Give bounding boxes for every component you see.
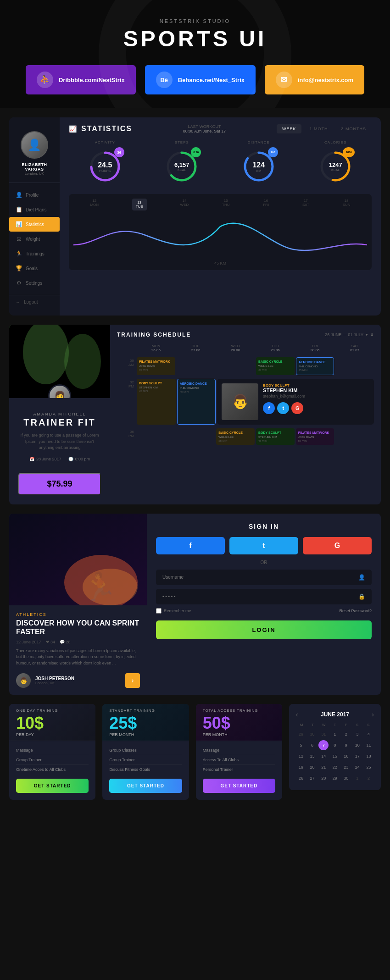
cal-day-11[interactable]: 11 (363, 740, 373, 750)
author-arrow[interactable]: › (125, 673, 140, 688)
dropdown-icon[interactable]: ▾ (366, 332, 368, 337)
activity-unit: HOURS (98, 169, 112, 172)
cal-day-14[interactable]: 14 (318, 751, 329, 761)
event-pilates-fri-06[interactable]: PILATES MATWORK JOSE DAVIS 55 min (296, 428, 334, 445)
event-body-sculpt-mon[interactable]: BODY SCULPT STEPHEN KIM 45 min (137, 379, 176, 425)
dribbble-link[interactable]: ⛹ Dribbble.com/NestStrix (26, 65, 136, 94)
cal-day-24[interactable]: 24 (352, 762, 362, 772)
cal-day-17[interactable]: 17 (352, 751, 362, 761)
nav-label-statistics: Statistics (26, 222, 44, 227)
signin-fb-button[interactable]: f (156, 537, 225, 554)
cal-day-2[interactable]: 2 (341, 729, 351, 739)
cal-day-28[interactable]: 28 (318, 773, 329, 783)
reset-password[interactable]: Reset Password? (339, 609, 372, 613)
featured-fb[interactable]: f (263, 402, 275, 414)
email-link[interactable]: ✉ info@neststrix.com (265, 65, 364, 94)
cal-day-10[interactable]: 10 (352, 740, 362, 750)
cal-day-21[interactable]: 21 (318, 762, 329, 772)
distance-badge: 160 (268, 147, 278, 157)
cal-day-12[interactable]: 12 (296, 751, 306, 761)
event-basic-thu[interactable]: BASIC CYRCLE WILLIE LEE 35 min (256, 357, 295, 375)
time-09: 09AM (117, 357, 135, 375)
cal-day-22[interactable]: 22 (330, 762, 340, 772)
cal-day-25[interactable]: 25 (363, 762, 373, 772)
cal-day-9[interactable]: 9 (341, 740, 351, 750)
cal-day-7[interactable]: 7 (318, 740, 329, 750)
cal-day-1[interactable]: 1 (330, 729, 340, 739)
article-author: 👨 JOSH PETERSON London, UK › (16, 673, 140, 688)
cal-day-18[interactable]: 18 (363, 751, 373, 761)
cal-day-6[interactable]: 6 (307, 740, 318, 750)
cal-day-30-prev[interactable]: 30 (307, 729, 318, 739)
steps-num: 6,157 (174, 161, 189, 168)
event-pilates-mon[interactable]: PILATES MATWORK JOSE DAVIS 55 min (137, 357, 175, 375)
logout-button[interactable]: → Logout (9, 295, 60, 309)
calendar-card: ‹ JUNE 2017 › M T W T F S S 29 30 31 1 2… (289, 704, 381, 790)
cal-day-27[interactable]: 27 (307, 773, 318, 783)
cal-day-30[interactable]: 30 (341, 773, 351, 783)
cal-day-13[interactable]: 13 (307, 751, 318, 761)
col-sat: SAT 01.07 (335, 343, 374, 354)
remember-checkbox[interactable] (156, 608, 162, 614)
featured-gp[interactable]: G (291, 402, 303, 414)
cal-day-31-prev[interactable]: 31 (318, 729, 329, 739)
cal-day-2-next[interactable]: 2 (363, 773, 373, 783)
cal-day-29-prev[interactable]: 29 (296, 729, 306, 739)
time-02: 02PM (117, 379, 135, 425)
sidebar-item-goals[interactable]: 🏆 Goals (9, 261, 60, 276)
filter-month[interactable]: 1 MOTH (304, 124, 333, 133)
logout-icon: → (16, 299, 20, 305)
trainer-price-button[interactable]: $75.99 (18, 473, 101, 495)
filter-week[interactable]: WEEK (277, 124, 302, 133)
cal-day-5[interactable]: 5 (296, 740, 306, 750)
cal-next[interactable]: › (372, 711, 374, 718)
cal-day-8[interactable]: 8 (330, 740, 340, 750)
sidebar-item-weight[interactable]: ⚖ Weight (9, 232, 60, 246)
cal-day-3[interactable]: 3 (352, 729, 362, 739)
password-input[interactable] (162, 594, 345, 599)
sidebar-item-settings[interactable]: ⚙ Settings (9, 276, 60, 290)
cal-day-16[interactable]: 16 (341, 751, 351, 761)
steps-label: STEPS (146, 140, 218, 144)
username-field[interactable]: 👤 (156, 570, 372, 585)
sidebar-item-diet[interactable]: 📋 Diet Plans (9, 202, 60, 217)
signin-card: SIGN IN f t G OR 👤 🔒 Remember me Reset P… (147, 514, 381, 695)
sidebar-item-statistics[interactable]: 📊 Statistics (9, 217, 60, 232)
cal-day-1-next[interactable]: 1 (352, 773, 362, 783)
event-basic-wed-06[interactable]: BASIC CYRCLE WILLIE LEE 35 min (216, 428, 255, 445)
event-aerobic-tue[interactable]: AEROBIC DANCE PHIL OSMOND 45 min (177, 379, 216, 425)
cal-hdr-t2: T (329, 723, 340, 727)
event-body-thu-06[interactable]: BODY SCULPT STEPHEN KIM 45 min (256, 428, 295, 445)
cal-day-19[interactable]: 19 (296, 762, 306, 772)
filter-3months[interactable]: 3 MONTHS (335, 124, 372, 133)
pricing-btn-0[interactable]: GET STARTED (16, 779, 89, 793)
password-field[interactable]: 🔒 (156, 589, 372, 604)
pricing-btn-2[interactable]: GET STARTED (203, 779, 275, 793)
sidebar-item-profile[interactable]: 👤 Profile (9, 188, 60, 202)
featured-tw[interactable]: t (277, 402, 289, 414)
schedule-row-06: 06PM BASIC CYRCLE WILLIE LEE 35 min BODY… (117, 428, 374, 445)
cal-day-20[interactable]: 20 (307, 762, 318, 772)
login-button[interactable]: LOGIN (156, 620, 372, 639)
signin-gp-button[interactable]: G (303, 537, 372, 554)
cal-day-15[interactable]: 15 (330, 751, 340, 761)
chart-days: 12MON 13TUE 14WED 15THU 16FRI 17SAT 18SU… (73, 199, 367, 210)
cal-day-29[interactable]: 29 (330, 773, 340, 783)
event-aerobic-fri[interactable]: AEROBIC DANCE PHIL OSMOND 45 min (296, 357, 334, 375)
pricing-header-2: TOTAL ACCESS TRAINING 50$ PER MONTH (196, 704, 282, 741)
distance-num: 124 (252, 161, 265, 169)
pricing-btn-1[interactable]: GET STARTED (109, 779, 182, 793)
stats-title: 📈 STATISTICS (69, 125, 132, 133)
remember-check[interactable]: Remember me (156, 608, 191, 614)
behance-link[interactable]: Bē Behance.net/Nest_Strix (145, 65, 256, 94)
cal-day-4[interactable]: 4 (363, 729, 373, 739)
download-icon[interactable]: ⬇ (370, 332, 374, 337)
cal-day-26[interactable]: 26 (296, 773, 306, 783)
cal-prev[interactable]: ‹ (296, 711, 298, 718)
featured-socials: f t G (263, 402, 369, 414)
sidebar-item-trainings[interactable]: 🏃 Trainings (9, 246, 60, 261)
username-input[interactable] (162, 575, 345, 580)
cal-day-23[interactable]: 23 (341, 762, 351, 772)
signin-tw-button[interactable]: t (229, 537, 298, 554)
feature-0-2: Onetime Acces to All Clubs (16, 765, 89, 774)
